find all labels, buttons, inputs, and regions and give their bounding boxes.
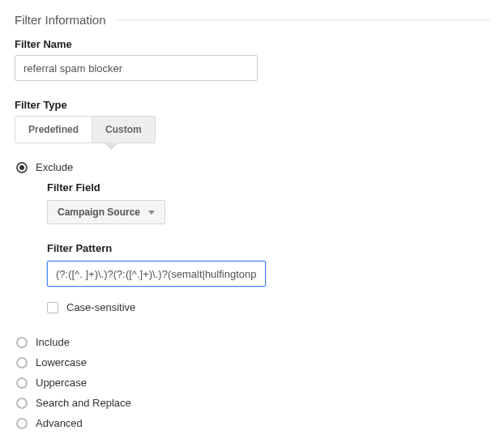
option-exclude-row: Exclude: [16, 161, 489, 173]
section-header: Filter Information: [15, 13, 489, 27]
radio-include[interactable]: [16, 337, 28, 348]
filter-field-dropdown[interactable]: Campaign Source: [47, 200, 165, 224]
custom-filter-options: Exclude Filter Field Campaign Source Fil…: [15, 161, 489, 429]
filter-field-value: Campaign Source: [58, 206, 140, 218]
filter-name-input[interactable]: [15, 55, 258, 81]
option-uppercase-label: Uppercase: [36, 377, 87, 389]
option-advanced-label: Advanced: [36, 417, 83, 429]
option-lowercase-row: Lowercase: [16, 356, 489, 368]
radio-exclude[interactable]: [16, 162, 28, 173]
option-uppercase-row: Uppercase: [16, 377, 489, 389]
tab-predefined[interactable]: Predefined: [15, 117, 92, 143]
filter-pattern-input[interactable]: [47, 261, 266, 287]
chevron-down-icon: [105, 143, 117, 149]
radio-lowercase[interactable]: [16, 357, 28, 368]
case-sensitive-row: Case-sensitive: [47, 301, 489, 313]
case-sensitive-checkbox[interactable]: [47, 302, 58, 313]
exclude-settings: Filter Field Campaign Source Filter Patt…: [47, 181, 489, 313]
option-include-label: Include: [36, 336, 70, 348]
filter-name-label: Filter Name: [15, 38, 489, 50]
option-exclude-label: Exclude: [36, 161, 73, 173]
option-include-row: Include: [16, 336, 489, 348]
filter-field-label: Filter Field: [47, 181, 489, 194]
radio-search-replace[interactable]: [16, 398, 28, 409]
filter-type-label: Filter Type: [15, 99, 489, 111]
radio-uppercase[interactable]: [16, 377, 28, 389]
divider-line: [116, 19, 489, 20]
filter-pattern-label: Filter Pattern: [47, 242, 489, 254]
filter-type-tabs: Predefined Custom: [15, 116, 156, 143]
case-sensitive-label: Case-sensitive: [66, 301, 135, 313]
chevron-down-icon: [148, 211, 155, 215]
section-title: Filter Information: [15, 13, 106, 27]
radio-advanced[interactable]: [16, 418, 28, 429]
option-search-replace-row: Search and Replace: [16, 397, 489, 409]
tab-custom[interactable]: Custom: [92, 117, 155, 143]
option-lowercase-label: Lowercase: [36, 356, 87, 368]
option-advanced-row: Advanced: [16, 417, 489, 429]
option-search-replace-label: Search and Replace: [36, 397, 131, 409]
